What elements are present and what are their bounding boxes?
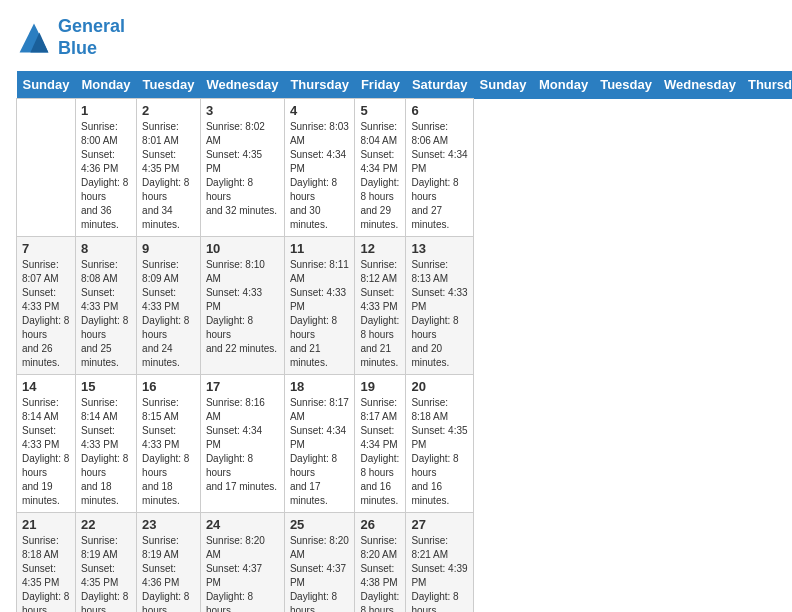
calendar-cell: 4Sunrise: 8:03 AM Sunset: 4:34 PM Daylig…	[284, 99, 355, 237]
day-info: Sunrise: 8:07 AM Sunset: 4:33 PM Dayligh…	[22, 258, 70, 370]
calendar-cell: 11Sunrise: 8:11 AM Sunset: 4:33 PM Dayli…	[284, 237, 355, 375]
header-sunday: Sunday	[17, 71, 76, 99]
calendar-cell: 2Sunrise: 8:01 AM Sunset: 4:35 PM Daylig…	[137, 99, 201, 237]
day-info: Sunrise: 8:02 AM Sunset: 4:35 PM Dayligh…	[206, 120, 279, 218]
day-info: Sunrise: 8:20 AM Sunset: 4:38 PM Dayligh…	[360, 534, 400, 612]
day-number: 14	[22, 379, 70, 394]
day-number: 20	[411, 379, 468, 394]
calendar-cell: 21Sunrise: 8:18 AM Sunset: 4:35 PM Dayli…	[17, 513, 76, 612]
calendar-cell: 22Sunrise: 8:19 AM Sunset: 4:35 PM Dayli…	[75, 513, 136, 612]
day-info: Sunrise: 8:19 AM Sunset: 4:36 PM Dayligh…	[142, 534, 195, 612]
day-number: 12	[360, 241, 400, 256]
day-info: Sunrise: 8:00 AM Sunset: 4:36 PM Dayligh…	[81, 120, 131, 232]
week-row-4: 21Sunrise: 8:18 AM Sunset: 4:35 PM Dayli…	[17, 513, 793, 612]
calendar-cell: 16Sunrise: 8:15 AM Sunset: 4:33 PM Dayli…	[137, 375, 201, 513]
day-info: Sunrise: 8:09 AM Sunset: 4:33 PM Dayligh…	[142, 258, 195, 370]
calendar-cell: 20Sunrise: 8:18 AM Sunset: 4:35 PM Dayli…	[406, 375, 474, 513]
day-number: 24	[206, 517, 279, 532]
calendar-cell: 27Sunrise: 8:21 AM Sunset: 4:39 PM Dayli…	[406, 513, 474, 612]
day-number: 2	[142, 103, 195, 118]
day-number: 19	[360, 379, 400, 394]
day-info: Sunrise: 8:19 AM Sunset: 4:35 PM Dayligh…	[81, 534, 131, 612]
day-info: Sunrise: 8:10 AM Sunset: 4:33 PM Dayligh…	[206, 258, 279, 356]
day-info: Sunrise: 8:17 AM Sunset: 4:34 PM Dayligh…	[290, 396, 350, 508]
calendar-cell: 15Sunrise: 8:14 AM Sunset: 4:33 PM Dayli…	[75, 375, 136, 513]
calendar-cell: 13Sunrise: 8:13 AM Sunset: 4:33 PM Dayli…	[406, 237, 474, 375]
col-header-tuesday: Tuesday	[594, 71, 658, 99]
day-number: 5	[360, 103, 400, 118]
day-info: Sunrise: 8:14 AM Sunset: 4:33 PM Dayligh…	[81, 396, 131, 508]
day-number: 3	[206, 103, 279, 118]
week-row-1: 1Sunrise: 8:00 AM Sunset: 4:36 PM Daylig…	[17, 99, 793, 237]
header-wednesday: Wednesday	[200, 71, 284, 99]
day-info: Sunrise: 8:12 AM Sunset: 4:33 PM Dayligh…	[360, 258, 400, 370]
day-info: Sunrise: 8:20 AM Sunset: 4:37 PM Dayligh…	[290, 534, 350, 612]
header-monday: Monday	[75, 71, 136, 99]
day-info: Sunrise: 8:18 AM Sunset: 4:35 PM Dayligh…	[411, 396, 468, 508]
week-row-2: 7Sunrise: 8:07 AM Sunset: 4:33 PM Daylig…	[17, 237, 793, 375]
calendar-table: SundayMondayTuesdayWednesdayThursdayFrid…	[16, 71, 792, 612]
page-header: General Blue	[16, 16, 776, 59]
day-number: 9	[142, 241, 195, 256]
col-header-wednesday: Wednesday	[658, 71, 742, 99]
day-info: Sunrise: 8:03 AM Sunset: 4:34 PM Dayligh…	[290, 120, 350, 232]
day-info: Sunrise: 8:13 AM Sunset: 4:33 PM Dayligh…	[411, 258, 468, 370]
day-info: Sunrise: 8:06 AM Sunset: 4:34 PM Dayligh…	[411, 120, 468, 232]
week-row-3: 14Sunrise: 8:14 AM Sunset: 4:33 PM Dayli…	[17, 375, 793, 513]
day-number: 1	[81, 103, 131, 118]
day-number: 18	[290, 379, 350, 394]
calendar-cell: 14Sunrise: 8:14 AM Sunset: 4:33 PM Dayli…	[17, 375, 76, 513]
logo-text: General Blue	[58, 16, 125, 59]
day-info: Sunrise: 8:15 AM Sunset: 4:33 PM Dayligh…	[142, 396, 195, 508]
day-info: Sunrise: 8:14 AM Sunset: 4:33 PM Dayligh…	[22, 396, 70, 508]
day-info: Sunrise: 8:17 AM Sunset: 4:34 PM Dayligh…	[360, 396, 400, 508]
day-info: Sunrise: 8:01 AM Sunset: 4:35 PM Dayligh…	[142, 120, 195, 232]
day-number: 26	[360, 517, 400, 532]
day-number: 21	[22, 517, 70, 532]
day-info: Sunrise: 8:18 AM Sunset: 4:35 PM Dayligh…	[22, 534, 70, 612]
calendar-cell: 7Sunrise: 8:07 AM Sunset: 4:33 PM Daylig…	[17, 237, 76, 375]
col-header-thursday: Thursday	[742, 71, 792, 99]
header-friday: Friday	[355, 71, 406, 99]
calendar-cell: 24Sunrise: 8:20 AM Sunset: 4:37 PM Dayli…	[200, 513, 284, 612]
day-info: Sunrise: 8:04 AM Sunset: 4:34 PM Dayligh…	[360, 120, 400, 232]
logo: General Blue	[16, 16, 125, 59]
header-saturday: Saturday	[406, 71, 474, 99]
logo-icon	[16, 20, 52, 56]
day-info: Sunrise: 8:21 AM Sunset: 4:39 PM Dayligh…	[411, 534, 468, 612]
col-header-sunday: Sunday	[474, 71, 533, 99]
day-number: 25	[290, 517, 350, 532]
calendar-cell: 9Sunrise: 8:09 AM Sunset: 4:33 PM Daylig…	[137, 237, 201, 375]
calendar-cell: 25Sunrise: 8:20 AM Sunset: 4:37 PM Dayli…	[284, 513, 355, 612]
day-number: 27	[411, 517, 468, 532]
day-number: 16	[142, 379, 195, 394]
day-number: 23	[142, 517, 195, 532]
calendar-cell: 17Sunrise: 8:16 AM Sunset: 4:34 PM Dayli…	[200, 375, 284, 513]
day-number: 11	[290, 241, 350, 256]
calendar-cell: 10Sunrise: 8:10 AM Sunset: 4:33 PM Dayli…	[200, 237, 284, 375]
calendar-cell: 12Sunrise: 8:12 AM Sunset: 4:33 PM Dayli…	[355, 237, 406, 375]
calendar-cell: 1Sunrise: 8:00 AM Sunset: 4:36 PM Daylig…	[75, 99, 136, 237]
header-thursday: Thursday	[284, 71, 355, 99]
calendar-cell: 5Sunrise: 8:04 AM Sunset: 4:34 PM Daylig…	[355, 99, 406, 237]
calendar-cell	[17, 99, 76, 237]
day-info: Sunrise: 8:08 AM Sunset: 4:33 PM Dayligh…	[81, 258, 131, 370]
header-tuesday: Tuesday	[137, 71, 201, 99]
calendar-cell: 18Sunrise: 8:17 AM Sunset: 4:34 PM Dayli…	[284, 375, 355, 513]
day-info: Sunrise: 8:16 AM Sunset: 4:34 PM Dayligh…	[206, 396, 279, 494]
calendar-cell: 23Sunrise: 8:19 AM Sunset: 4:36 PM Dayli…	[137, 513, 201, 612]
col-header-monday: Monday	[533, 71, 594, 99]
day-number: 22	[81, 517, 131, 532]
calendar-cell: 8Sunrise: 8:08 AM Sunset: 4:33 PM Daylig…	[75, 237, 136, 375]
day-number: 15	[81, 379, 131, 394]
day-number: 17	[206, 379, 279, 394]
day-number: 7	[22, 241, 70, 256]
day-number: 4	[290, 103, 350, 118]
calendar-cell: 19Sunrise: 8:17 AM Sunset: 4:34 PM Dayli…	[355, 375, 406, 513]
calendar-header-row: SundayMondayTuesdayWednesdayThursdayFrid…	[17, 71, 793, 99]
day-number: 8	[81, 241, 131, 256]
day-number: 13	[411, 241, 468, 256]
calendar-cell: 26Sunrise: 8:20 AM Sunset: 4:38 PM Dayli…	[355, 513, 406, 612]
day-number: 10	[206, 241, 279, 256]
calendar-cell: 3Sunrise: 8:02 AM Sunset: 4:35 PM Daylig…	[200, 99, 284, 237]
